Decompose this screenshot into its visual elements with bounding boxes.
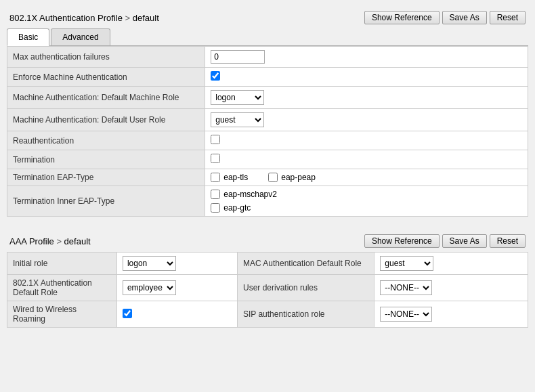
table-row: 802.1X Authentication Default Role emplo… bbox=[7, 275, 528, 301]
termination-eap-type-label: Termination EAP-Type bbox=[7, 169, 205, 186]
aaa-show-reference-button[interactable]: Show Reference bbox=[364, 234, 440, 248]
eap-mschapv2-option: eap-mschapv2 bbox=[211, 190, 522, 199]
termination-checkbox[interactable] bbox=[211, 154, 220, 163]
dot1x-title-text: 802.1X Authentication Profile bbox=[9, 13, 123, 23]
table-row: Machine Authentication: Default User Rol… bbox=[7, 109, 528, 131]
dot1x-header-buttons: Show Reference Save As Reset bbox=[364, 11, 526, 24]
termination-inner-eap-type-label: Termination Inner EAP-Type bbox=[7, 186, 205, 217]
table-row: Enforce Machine Authentication bbox=[7, 68, 528, 87]
aaa-title: AAA Profile > default bbox=[9, 236, 91, 246]
reauthentication-checkbox[interactable] bbox=[211, 135, 220, 144]
termination-eap-type-value: eap-tls eap-peap bbox=[205, 169, 528, 186]
inner-eap-options: eap-mschapv2 eap-gtc bbox=[211, 190, 522, 213]
wired-wireless-roaming-label: Wired to Wireless Roaming bbox=[7, 301, 117, 328]
table-row: Wired to Wireless Roaming SIP authentica… bbox=[7, 301, 528, 328]
dot1x-auth-default-role-label: 802.1X Authentication Default Role bbox=[7, 275, 117, 301]
machine-default-role-select[interactable]: logon guest employee bbox=[211, 90, 264, 105]
dot1x-title: 802.1X Authentication Profile > default bbox=[9, 13, 159, 23]
eap-gtc-option: eap-gtc bbox=[211, 203, 522, 213]
machine-default-role-label: Machine Authentication: Default Machine … bbox=[7, 87, 205, 109]
aaa-header: AAA Profile > default Show Reference Sav… bbox=[7, 230, 528, 252]
machine-default-role-value: logon guest employee bbox=[205, 87, 528, 109]
tab-advanced[interactable]: Advanced bbox=[51, 28, 110, 45]
dot1x-header: 802.1X Authentication Profile > default … bbox=[7, 7, 528, 28]
dot1x-auth-default-role-select[interactable]: employee logon guest bbox=[123, 280, 176, 295]
table-row: Max authentication failures bbox=[7, 47, 528, 68]
dot1x-form-table: Max authentication failures Enforce Mach… bbox=[7, 46, 528, 217]
wired-wireless-roaming-checkbox[interactable] bbox=[123, 309, 132, 318]
max-auth-failures-label: Max authentication failures bbox=[7, 47, 205, 68]
tab-basic[interactable]: Basic bbox=[7, 28, 49, 46]
eap-options: eap-tls eap-peap bbox=[211, 173, 522, 182]
dot1x-show-reference-button[interactable]: Show Reference bbox=[364, 11, 440, 24]
enforce-machine-auth-value bbox=[205, 68, 528, 87]
reauthentication-value bbox=[205, 131, 528, 150]
max-auth-failures-value bbox=[205, 47, 528, 68]
dot1x-auth-default-role-value: employee logon guest bbox=[116, 275, 237, 301]
table-row: Initial role logon guest employee MAC Au… bbox=[7, 253, 528, 275]
termination-inner-eap-type-value: eap-mschapv2 eap-gtc bbox=[205, 186, 528, 217]
dot1x-reset-button[interactable]: Reset bbox=[490, 11, 526, 24]
user-derivation-rules-value: --NONE-- bbox=[374, 275, 528, 301]
initial-role-label: Initial role bbox=[7, 253, 117, 275]
machine-user-role-select[interactable]: guest logon employee bbox=[211, 112, 264, 127]
mac-auth-default-role-value: guest logon employee bbox=[374, 253, 528, 275]
eap-mschapv2-checkbox[interactable] bbox=[211, 190, 220, 199]
table-row: Reauthentication bbox=[7, 131, 528, 150]
max-auth-failures-input[interactable] bbox=[211, 50, 265, 64]
dot1x-section: 802.1X Authentication Profile > default … bbox=[7, 7, 528, 217]
eap-gtc-checkbox[interactable] bbox=[211, 203, 220, 213]
sip-auth-role-select[interactable]: --NONE-- bbox=[380, 307, 432, 322]
initial-role-value: logon guest employee bbox=[116, 253, 237, 275]
dot1x-profile-name: default bbox=[133, 13, 159, 23]
eap-tls-checkbox[interactable] bbox=[211, 173, 220, 182]
user-derivation-rules-select[interactable]: --NONE-- bbox=[380, 280, 432, 295]
table-row: Termination bbox=[7, 150, 528, 169]
aaa-header-buttons: Show Reference Save As Reset bbox=[364, 234, 526, 248]
aaa-profile-name: default bbox=[64, 236, 91, 246]
dot1x-save-as-button[interactable]: Save As bbox=[442, 11, 487, 24]
eap-peap-option: eap-peap bbox=[268, 173, 316, 182]
termination-value bbox=[205, 150, 528, 169]
enforce-machine-auth-checkbox[interactable] bbox=[211, 71, 220, 81]
table-row: Termination Inner EAP-Type eap-mschapv2 … bbox=[7, 186, 528, 217]
sip-auth-role-value: --NONE-- bbox=[374, 301, 528, 328]
eap-peap-checkbox[interactable] bbox=[268, 173, 278, 182]
aaa-reset-button[interactable]: Reset bbox=[490, 234, 526, 248]
mac-auth-default-role-select[interactable]: guest logon employee bbox=[380, 256, 433, 271]
aaa-section: AAA Profile > default Show Reference Sav… bbox=[7, 230, 528, 328]
dot1x-tabs: Basic Advanced bbox=[7, 28, 528, 46]
reauthentication-label: Reauthentication bbox=[7, 131, 205, 150]
eap-tls-label: eap-tls bbox=[223, 173, 248, 182]
aaa-save-as-button[interactable]: Save As bbox=[442, 234, 487, 248]
eap-gtc-label: eap-gtc bbox=[223, 203, 251, 213]
user-derivation-rules-label: User derivation rules bbox=[237, 275, 374, 301]
eap-mschapv2-label: eap-mschapv2 bbox=[223, 190, 277, 199]
machine-user-role-label: Machine Authentication: Default User Rol… bbox=[7, 109, 205, 131]
sip-auth-role-label: SIP authentication role bbox=[237, 301, 374, 328]
table-row: Termination EAP-Type eap-tls eap-peap bbox=[7, 169, 528, 186]
initial-role-select[interactable]: logon guest employee bbox=[123, 256, 176, 271]
eap-tls-option: eap-tls bbox=[211, 173, 248, 182]
termination-label: Termination bbox=[7, 150, 205, 169]
enforce-machine-auth-label: Enforce Machine Authentication bbox=[7, 68, 205, 87]
eap-peap-label: eap-peap bbox=[281, 173, 316, 182]
wired-wireless-roaming-value bbox=[116, 301, 237, 328]
aaa-form-table: Initial role logon guest employee MAC Au… bbox=[7, 252, 528, 328]
mac-auth-default-role-label: MAC Authentication Default Role bbox=[237, 253, 374, 275]
machine-user-role-value: guest logon employee bbox=[205, 109, 528, 131]
aaa-title-text: AAA Profile bbox=[9, 236, 54, 246]
table-row: Machine Authentication: Default Machine … bbox=[7, 87, 528, 109]
